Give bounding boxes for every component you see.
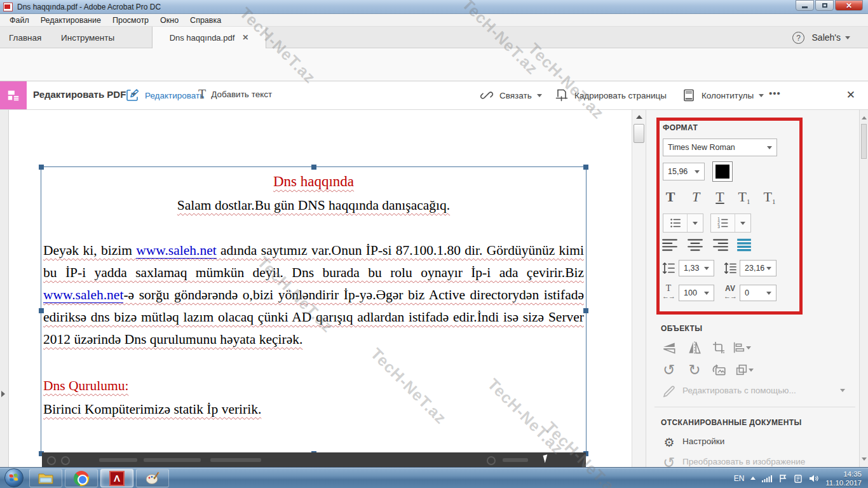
- tab-bar: Главная Инструменты Dns haqqında.pdf ? S…: [0, 27, 868, 48]
- volume-icon[interactable]: [809, 474, 819, 483]
- close-tool-icon[interactable]: [846, 88, 855, 102]
- edit-using-label[interactable]: Редактировать с помощью...: [682, 386, 796, 395]
- rotate-cw-button[interactable]: ↻: [685, 361, 704, 379]
- convert-to-image-button[interactable]: Преобразовать в изображение: [682, 457, 805, 466]
- bold-button[interactable]: T: [661, 189, 680, 205]
- flip-horizontal-button[interactable]: [685, 339, 704, 356]
- scrollbar-thumb[interactable]: [861, 124, 867, 159]
- close-button[interactable]: ✕: [835, 0, 863, 11]
- align-center-button[interactable]: [687, 238, 703, 252]
- doc-heading2[interactable]: Dns Qurulumu:: [43, 378, 128, 393]
- numbered-list-icon[interactable]: 123: [711, 214, 735, 232]
- network-icon[interactable]: [762, 474, 772, 483]
- horizontal-scale-select[interactable]: 100: [679, 285, 714, 301]
- flip-vertical-button[interactable]: [660, 339, 679, 356]
- scrollbar-thumb[interactable]: [634, 124, 644, 143]
- nav-pane-arrow-icon[interactable]: [1, 391, 5, 397]
- italic-button[interactable]: T: [686, 189, 705, 205]
- help-icon[interactable]: ?: [792, 32, 804, 44]
- restore-button[interactable]: [815, 0, 834, 11]
- embedded-icon: [487, 456, 496, 465]
- menu-window[interactable]: Окно: [154, 14, 184, 27]
- align-objects-button[interactable]: [732, 339, 751, 356]
- scroll-down-icon[interactable]: [862, 458, 867, 461]
- scroll-up-icon[interactable]: [862, 116, 867, 119]
- header-footer-button[interactable]: Колонтитулы: [681, 88, 764, 103]
- layout-panel-icon: [6, 88, 20, 102]
- minimize-button[interactable]: [796, 0, 814, 11]
- title-bar[interactable]: Dns haqqında.pdf - Adobe Acrobat Pro DC …: [0, 0, 868, 14]
- taskbar-paint-button[interactable]: [136, 469, 169, 487]
- replace-image-button[interactable]: [709, 361, 728, 379]
- bullet-list-button-group[interactable]: [663, 214, 703, 233]
- language-indicator[interactable]: EN: [734, 474, 745, 483]
- menu-help[interactable]: Справка: [184, 14, 227, 27]
- action-center-flag-icon[interactable]: [778, 474, 787, 483]
- bullet-list-dropdown[interactable]: [688, 214, 703, 232]
- add-text-button[interactable]: T Добавить текст: [198, 88, 272, 100]
- bullet-list-icon[interactable]: [663, 214, 688, 232]
- doc-paragraph[interactable]: Deyək ki, bizim www.saleh.net adında say…: [43, 240, 584, 351]
- show-hidden-icons[interactable]: [750, 477, 756, 480]
- align-left-button[interactable]: [661, 238, 678, 252]
- scan-settings-button[interactable]: Настройки: [682, 437, 724, 446]
- font-color-picker[interactable]: [712, 161, 733, 182]
- taskbar-chrome-button[interactable]: [65, 469, 98, 487]
- menu-file[interactable]: Файл: [4, 14, 35, 27]
- tab-close-icon[interactable]: [242, 33, 248, 42]
- acrobat-app-icon: [3, 3, 13, 11]
- panel-toggle-button[interactable]: [0, 81, 27, 109]
- font-family-select[interactable]: Times New Roman: [663, 139, 777, 156]
- underline-button[interactable]: T: [710, 189, 729, 205]
- doc-line2[interactable]: Birinci Kompüterimizə statik İp veririk.: [43, 402, 261, 417]
- start-button[interactable]: [4, 468, 24, 487]
- paragraph-spacing-select[interactable]: 23,16: [740, 260, 776, 276]
- numbered-list-dropdown[interactable]: [735, 214, 750, 232]
- document-text[interactable]: Dns haqqında Salam dostlar.Bu gün DNS ha…: [43, 170, 584, 421]
- font-size-select[interactable]: 15,96: [663, 163, 705, 180]
- crop-pages-button[interactable]: Кадрировать страницы: [554, 88, 667, 103]
- crop-object-button[interactable]: [709, 339, 728, 356]
- edit-pdf-toolbar: Редактировать PDF Редактировать T Добави…: [0, 81, 868, 110]
- doc-hyperlink[interactable]: www.saleh.net: [136, 243, 216, 259]
- menu-view[interactable]: Просмотр: [107, 14, 154, 27]
- embedded-text-blur: [503, 458, 528, 462]
- tab-document[interactable]: Dns haqqında.pdf: [152, 27, 266, 48]
- selection-handle[interactable]: [583, 165, 588, 170]
- tab-home[interactable]: Главная: [9, 27, 41, 48]
- embedded-text-blur: [144, 458, 201, 462]
- edit-pdf-tool-title[interactable]: Редактировать PDF: [33, 89, 136, 100]
- user-menu[interactable]: Saleh's: [812, 27, 850, 48]
- align-right-button[interactable]: [712, 238, 729, 252]
- scroll-up-icon[interactable]: [636, 115, 642, 119]
- selection-handle[interactable]: [311, 165, 316, 170]
- doc-title[interactable]: Dns haqqında: [273, 173, 354, 189]
- link-button[interactable]: Связать: [479, 88, 542, 103]
- menu-edit[interactable]: Редактирование: [35, 14, 107, 27]
- taskbar-clock[interactable]: 14:35 11.10.2017: [825, 470, 862, 487]
- selection-handle[interactable]: [39, 165, 44, 170]
- doc-subtitle[interactable]: Salam dostlar.Bu gün DNS haqqında danışa…: [177, 198, 450, 213]
- nav-pane-strip[interactable]: [0, 110, 9, 467]
- window-title: Dns haqqında.pdf - Adobe Acrobat Pro DC: [17, 3, 161, 11]
- selection-handle[interactable]: [583, 308, 588, 313]
- align-justify-button[interactable]: [736, 238, 752, 252]
- tab-tools[interactable]: Инструменты: [61, 27, 114, 48]
- edit-button[interactable]: Редактировать: [125, 88, 204, 103]
- tray-app-icon[interactable]: [794, 474, 803, 483]
- doc-hyperlink[interactable]: www.saleh.net: [43, 287, 123, 303]
- more-options-button[interactable]: •••: [769, 88, 781, 98]
- embedded-icon: [47, 456, 56, 465]
- line-spacing-select[interactable]: 1,33: [679, 260, 714, 276]
- char-spacing-select[interactable]: 0: [740, 285, 776, 301]
- superscript-button[interactable]: T1: [735, 189, 754, 205]
- taskbar-explorer-button[interactable]: [29, 469, 62, 487]
- arrange-objects-button[interactable]: [735, 361, 754, 379]
- numbered-list-button-group[interactable]: 123: [710, 214, 751, 233]
- rotate-ccw-button[interactable]: ↺: [660, 361, 679, 379]
- panel-scrollbar[interactable]: [859, 110, 868, 467]
- chevron-down-icon[interactable]: [840, 389, 845, 392]
- subscript-button[interactable]: T1: [760, 189, 779, 205]
- document-scrollbar[interactable]: [632, 110, 646, 467]
- taskbar-acrobat-button[interactable]: Λ: [100, 469, 133, 487]
